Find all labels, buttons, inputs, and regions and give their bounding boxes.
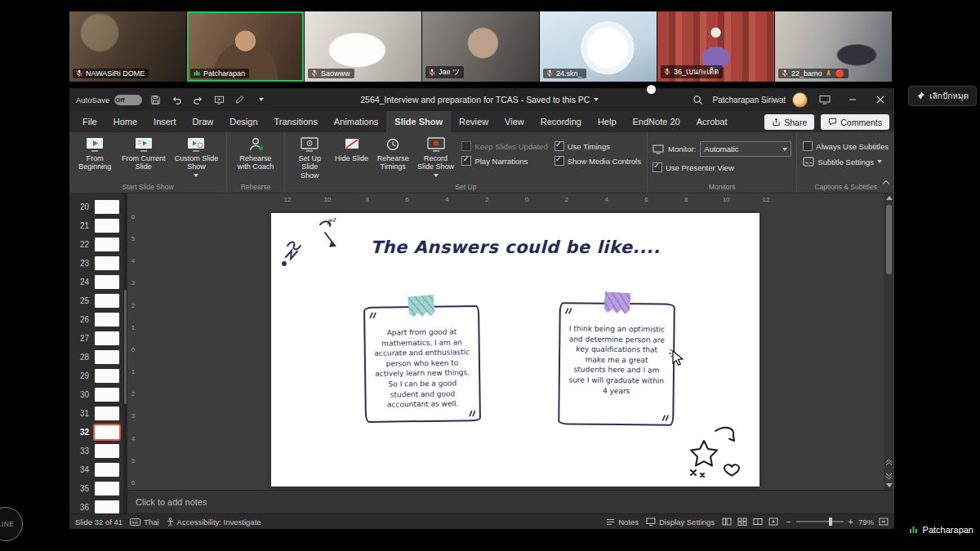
answer-note-right[interactable]: I think being an optimistic and determin…: [558, 302, 675, 425]
slide-thumbnail[interactable]: 26: [69, 310, 123, 328]
from-current-slide-button[interactable]: From Current Slide: [118, 135, 170, 171]
notes-toggle-button[interactable]: Notes: [606, 518, 639, 527]
slide-sorter-view-icon[interactable]: [737, 518, 747, 526]
comments-button[interactable]: Comments: [821, 114, 889, 130]
slide-thumbnail[interactable]: 20: [69, 198, 123, 216]
zoom-slider-thumb[interactable]: [829, 518, 832, 526]
set-up-slideshow-button[interactable]: Set Up Slide Show: [288, 135, 332, 180]
participant-tile[interactable]: Jae ツ: [422, 11, 539, 82]
ribbon-tab[interactable]: Home: [105, 111, 145, 132]
autosave-toggle[interactable]: Off: [114, 95, 142, 105]
ribbon-tab[interactable]: Design: [221, 111, 265, 132]
zoom-percent[interactable]: 79%: [858, 518, 874, 527]
slide-thumbnail[interactable]: 31: [69, 404, 123, 422]
from-beginning-button[interactable]: From Beginning: [73, 135, 118, 171]
keep-slides-updated-checkbox[interactable]: Keep Slides Updated: [461, 141, 547, 151]
ribbon-tab[interactable]: EndNote 20: [625, 111, 688, 132]
collapse-ribbon-button[interactable]: [884, 175, 889, 189]
hide-slide-button[interactable]: Hide Slide: [332, 135, 372, 162]
ribbon-tab[interactable]: View: [497, 111, 532, 132]
share-button[interactable]: Share: [764, 114, 814, 130]
participant-tile[interactable]: 24.skn_: [540, 11, 657, 82]
title-bar: AutoSave Off 2564_Interview and preparat…: [69, 88, 894, 111]
participant-tile[interactable]: Saowww: [305, 11, 421, 82]
rehearse-with-coach-button[interactable]: Rehearse with Coach: [230, 135, 280, 171]
slide-thumbnail[interactable]: 22: [69, 235, 123, 253]
slide-thumbnail[interactable]: 32: [69, 423, 123, 441]
save-button[interactable]: [147, 91, 163, 109]
custom-slideshow-button[interactable]: Custom Slide Show: [170, 135, 224, 177]
play-narrations-checkbox[interactable]: Play Narrations: [461, 156, 547, 166]
start-slideshow-quick-button[interactable]: [211, 91, 227, 109]
previous-slide-button[interactable]: [885, 459, 893, 466]
presenter-screen-button[interactable]: [814, 90, 835, 109]
slide-thumbnail[interactable]: 27: [69, 329, 123, 347]
notes-pane[interactable]: Click to add notes: [127, 490, 894, 513]
avatar[interactable]: [792, 92, 808, 108]
slide-thumbnail[interactable]: 33: [69, 442, 123, 460]
accessibility-status[interactable]: Accessibility: Investigate: [167, 518, 261, 527]
zoom-in-button[interactable]: [849, 517, 853, 527]
always-use-subtitles-checkbox[interactable]: Always Use Subtitles: [803, 141, 889, 151]
use-presenter-view-checkbox[interactable]: Use Presenter View: [653, 162, 791, 172]
record-slideshow-button[interactable]: Record Slide Show: [414, 135, 458, 177]
ribbon-tab[interactable]: Help: [590, 111, 625, 132]
slide-title[interactable]: The Answers could be like....: [271, 238, 760, 257]
presenter-indicator[interactable]: Patcharapan: [909, 525, 973, 535]
ribbon-tab[interactable]: Transitions: [266, 111, 326, 132]
subtitle-settings-button[interactable]: Subtitle Settings: [803, 157, 889, 167]
slide-thumbnail[interactable]: 23: [69, 254, 123, 272]
keyboard-language-button[interactable]: Thai: [130, 518, 158, 527]
participant-tile[interactable]: Patcharapan: [187, 11, 304, 82]
ribbon: From Beginning From Current Slide Custom…: [69, 132, 894, 193]
ribbon-tab[interactable]: Slide Show: [386, 111, 451, 132]
slideshow-view-icon[interactable]: [768, 518, 778, 526]
display-settings-button[interactable]: Display Settings: [646, 518, 715, 527]
monitor-dropdown[interactable]: Automatic: [700, 141, 791, 157]
vertical-scrollbar[interactable]: [884, 193, 894, 490]
ribbon-tab[interactable]: Recording: [532, 111, 590, 132]
answer-note-left[interactable]: Apart from good at mathematics, I am an …: [363, 305, 481, 423]
slide-thumbnail[interactable]: 29: [69, 367, 123, 384]
scrollbar-thumb[interactable]: [124, 290, 127, 404]
participant-tile[interactable]: 36_เบนกะเด็ด: [657, 11, 774, 82]
close-button[interactable]: [870, 90, 891, 109]
slide-thumbnail[interactable]: 25: [69, 291, 123, 309]
next-slide-button[interactable]: [885, 473, 893, 480]
account-name[interactable]: Patcharapan Siriwat: [713, 96, 786, 104]
slide-thumbnail[interactable]: 24: [69, 273, 123, 291]
ribbon-tab[interactable]: Review: [451, 111, 497, 132]
normal-view-icon[interactable]: [722, 518, 732, 526]
slide-thumbnail[interactable]: 21: [69, 216, 123, 234]
redo-button[interactable]: [189, 91, 206, 109]
scroll-up-icon[interactable]: [886, 196, 893, 200]
unpin-button[interactable]: เลิกปักหมุด: [908, 86, 977, 106]
line-logo[interactable]: LINE: [0, 507, 23, 541]
slide-thumbnail[interactable]: 35: [69, 479, 123, 497]
ribbon-tab[interactable]: Animations: [326, 111, 386, 132]
fit-to-window-icon[interactable]: [879, 518, 889, 526]
slide-canvas[interactable]: z² The Answers could be like.... Apart f…: [271, 213, 760, 487]
slide-thumbnail[interactable]: 28: [69, 348, 123, 366]
search-button[interactable]: [690, 91, 706, 109]
undo-button[interactable]: [168, 91, 185, 109]
slide-thumbnail[interactable]: 30: [69, 385, 123, 403]
slide-thumbnail[interactable]: 34: [69, 460, 123, 478]
minimize-button[interactable]: [842, 90, 863, 109]
scroll-down-icon[interactable]: [886, 483, 893, 487]
use-timings-checkbox[interactable]: Use Timings: [555, 141, 641, 151]
ribbon-tab[interactable]: File: [74, 111, 105, 132]
rehearse-timings-button[interactable]: Rehearse Timings: [372, 135, 414, 171]
zoom-slider[interactable]: [796, 521, 844, 522]
ribbon-tab[interactable]: Draw: [185, 111, 222, 132]
zoom-out-button[interactable]: [786, 517, 791, 527]
customize-toolbar-button[interactable]: [253, 91, 270, 109]
scrollbar-thumb[interactable]: [886, 205, 892, 274]
pen-tool-button[interactable]: [232, 91, 248, 109]
participant-tile[interactable]: NAWASiRi DOME: [69, 11, 186, 82]
show-media-controls-checkbox[interactable]: Show Media Controls: [555, 156, 641, 166]
participant-tile[interactable]: 22_bamo 🧍 🔴: [775, 11, 892, 82]
reading-view-icon[interactable]: [753, 518, 763, 526]
ribbon-tab[interactable]: Acrobat: [688, 111, 736, 132]
ribbon-tab[interactable]: Insert: [145, 111, 185, 132]
